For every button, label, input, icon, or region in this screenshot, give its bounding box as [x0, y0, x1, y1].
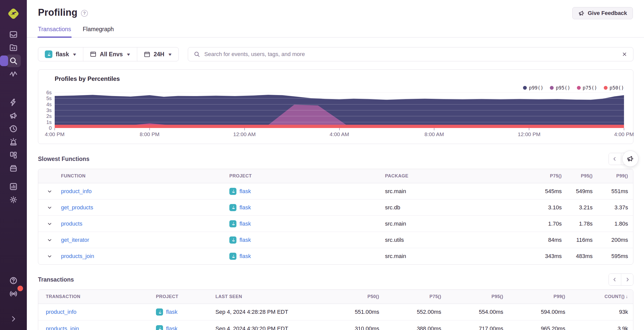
legend-item-p75[interactable]: p75() — [577, 85, 597, 90]
expand-row-button[interactable] — [38, 221, 61, 227]
column-header-package[interactable]: PACKAGE — [385, 173, 524, 179]
x-tick — [529, 128, 529, 130]
column-header-p95[interactable]: P95() — [567, 173, 598, 179]
function-link[interactable]: products_join — [61, 253, 94, 259]
slowest-functions-header: Slowest Functions — [38, 153, 633, 165]
x-tick-label: 12:00 AM — [233, 131, 256, 137]
flask-icon — [156, 325, 163, 330]
expand-row-button[interactable] — [38, 189, 61, 194]
project-link[interactable]: flask — [239, 221, 251, 227]
p99-cell: 965.20ms — [509, 325, 571, 330]
function-link[interactable]: get_products — [61, 204, 93, 211]
prev-page-button[interactable] — [609, 153, 621, 165]
floating-feedback-button[interactable] — [622, 151, 638, 167]
function-link[interactable]: get_iterator — [61, 237, 89, 243]
environment-filter[interactable]: All Envs ▼ — [83, 47, 137, 61]
sidebar-item-alerts[interactable] — [6, 136, 21, 148]
sidebar-item-expand[interactable] — [6, 313, 21, 325]
legend-dot — [550, 86, 554, 90]
x-tick-label: 8:00 AM — [425, 131, 444, 137]
count-cell: 3.9k — [571, 325, 633, 330]
sidebar-item-dashboards[interactable] — [6, 149, 21, 161]
expand-row-button[interactable] — [38, 237, 61, 243]
p75-cell: 343ms — [524, 253, 567, 260]
give-feedback-button[interactable]: Give Feedback — [572, 7, 633, 19]
sidebar-item-releases[interactable] — [6, 162, 21, 175]
x-tick-label: 4:00 PM — [614, 131, 634, 137]
sidebar-item-stats[interactable] — [6, 180, 21, 193]
column-header-project[interactable]: PROJECT — [229, 173, 385, 179]
clear-search-icon[interactable] — [621, 51, 628, 57]
column-header-p99[interactable]: P99() — [598, 173, 633, 179]
column-header-p75[interactable]: P75() — [385, 294, 447, 299]
p99-cell: 1.80s — [598, 221, 633, 227]
sidebar-item-help[interactable] — [6, 274, 21, 287]
column-header-p95[interactable]: P95() — [447, 294, 509, 299]
project-link[interactable]: flask — [166, 325, 177, 330]
column-header-p75[interactable]: P75() — [524, 173, 567, 179]
project-filter[interactable]: flask ▼ — [38, 47, 83, 61]
table-row: product_infoflasksrc.main545ms549ms551ms — [38, 183, 633, 199]
expand-row-button[interactable] — [38, 205, 61, 210]
project-link[interactable]: flask — [239, 188, 251, 195]
next-page-button[interactable] — [621, 274, 633, 285]
table-row: get_productsflasksrc.db3.10s3.21s3.37s — [38, 199, 633, 216]
search-icon — [194, 51, 200, 58]
column-header-p99[interactable]: P99() — [509, 294, 571, 299]
tab-flamegraph[interactable]: Flamegraph — [83, 26, 114, 37]
legend-item-p50[interactable]: p50() — [604, 85, 624, 90]
y-tick-label: 1s — [46, 119, 52, 125]
main-area: Profiling ? Give Feedback TransactionsFl… — [27, 0, 644, 330]
prev-page-button[interactable] — [609, 274, 621, 285]
search-bar — [188, 47, 633, 61]
sentry-logo[interactable] — [6, 7, 21, 21]
sidebar-item-feedback[interactable] — [6, 109, 21, 122]
transaction-link[interactable]: product_info — [46, 309, 76, 315]
flask-icon — [229, 204, 236, 211]
help-icon[interactable]: ? — [81, 10, 88, 17]
column-header-function[interactable]: FUNCTION — [61, 173, 229, 179]
sidebar-item-replays[interactable] — [6, 122, 21, 135]
legend-item-p99[interactable]: p99() — [523, 85, 543, 90]
tab-transactions[interactable]: Transactions — [38, 26, 71, 37]
package-cell: src.main — [385, 221, 524, 227]
sidebar-item-insights[interactable] — [6, 68, 21, 80]
project-link[interactable]: flask — [239, 253, 251, 260]
project-filter-label: flask — [56, 51, 69, 58]
megaphone-icon — [627, 155, 634, 162]
transaction-link[interactable]: products_join — [46, 325, 79, 330]
slowest-functions-table: FUNCTIONPROJECTPACKAGEP75()P95()P99() pr… — [38, 169, 633, 265]
slowest-functions-table-header: FUNCTIONPROJECTPACKAGEP75()P95()P99() — [38, 169, 633, 183]
column-header-transaction[interactable]: TRANSACTION — [38, 294, 156, 299]
legend-item-p95[interactable]: p95() — [550, 85, 570, 90]
sidebar-item-boost[interactable] — [6, 96, 21, 109]
app-root: Profiling ? Give Feedback TransactionsFl… — [0, 0, 644, 330]
flask-icon — [156, 308, 163, 316]
p99-cell: 594.00ms — [509, 309, 571, 315]
column-header-last-seen[interactable]: LAST SEEN — [215, 294, 323, 299]
time-range-filter[interactable]: 24H ▼ — [137, 47, 178, 61]
column-header-p50[interactable]: P50() — [323, 294, 385, 299]
sidebar-item-settings[interactable] — [6, 193, 21, 206]
column-header-count[interactable]: COUNT()↓ — [571, 294, 633, 299]
legend-label: p75() — [583, 85, 597, 90]
table-row: products_joinflaskSep 4, 2024 4:30:20 PM… — [38, 320, 633, 330]
function-link[interactable]: products — [61, 221, 82, 227]
chevron-right-icon — [625, 277, 630, 282]
function-link[interactable]: product_info — [61, 188, 92, 194]
sidebar-item-issues[interactable] — [6, 28, 21, 41]
legend-dot — [604, 86, 608, 90]
p99-cell: 3.37s — [598, 204, 633, 211]
slowest-functions-title: Slowest Functions — [38, 156, 89, 162]
column-header-project[interactable]: PROJECT — [156, 294, 215, 299]
expand-row-button[interactable] — [38, 253, 61, 259]
search-input[interactable] — [204, 51, 617, 58]
sidebar-item-projects[interactable] — [6, 41, 21, 54]
page-title: Profiling — [38, 7, 77, 18]
percentiles-area-chart[interactable] — [55, 93, 624, 128]
project-link[interactable]: flask — [239, 204, 251, 211]
project-link[interactable]: flask — [239, 237, 251, 243]
sidebar-item-broadcast[interactable] — [6, 287, 21, 300]
sidebar-item-explore[interactable] — [6, 54, 21, 67]
project-link[interactable]: flask — [166, 309, 177, 315]
